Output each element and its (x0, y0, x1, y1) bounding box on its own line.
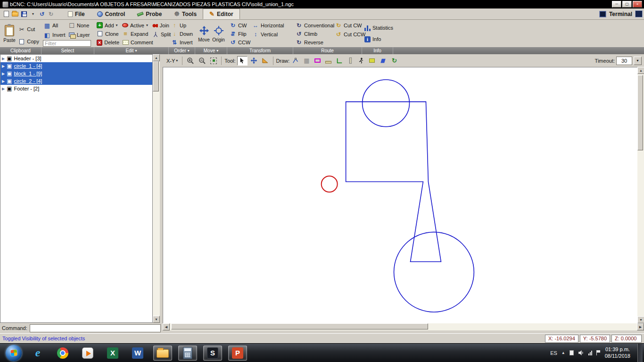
rotate-cw-button[interactable]: ↻ CW (229, 21, 250, 29)
tree-row-circle-1[interactable]: ▶ ▣ circle_1 - [4] (0, 62, 152, 70)
draw-workarea-button[interactable] (367, 56, 377, 66)
circle-1-path[interactable] (363, 80, 410, 127)
new-file-button[interactable] (2, 10, 10, 18)
taskbar-calculator[interactable] (178, 346, 197, 361)
language-indicator[interactable]: ES (550, 350, 557, 356)
draw-probe-button[interactable] (323, 56, 333, 66)
scroll-right-icon[interactable]: ▶ (637, 323, 644, 330)
expand-triangle-icon[interactable]: ▶ (2, 64, 5, 68)
scroll-up-icon[interactable]: ▲ (637, 67, 644, 74)
rotate-ccw-button[interactable]: ↺ CCW (229, 39, 250, 47)
join-button[interactable]: Join (151, 21, 170, 30)
tool-select-button[interactable] (237, 56, 248, 66)
select-none-button[interactable]: ☐ None (67, 21, 92, 30)
open-file-button[interactable] (11, 10, 19, 18)
paste-button[interactable]: Paste (1, 21, 17, 47)
draw-rapid-button[interactable] (356, 56, 366, 66)
gcode-block-list[interactable]: ▶ ▣ Header - [3] ▶ ▣ circle_1 - [4] ▶ ▣ … (0, 54, 153, 323)
group-label-edit[interactable]: Edit▾ (94, 47, 169, 54)
delete-button[interactable]: × Delete (96, 39, 120, 47)
taskbar-clock[interactable]: 01:39 p.m. 08/11/2018 (605, 346, 630, 360)
close-button[interactable]: × (633, 1, 642, 8)
split-button[interactable]: Split (151, 30, 170, 39)
tool-pan-button[interactable] (249, 56, 259, 66)
taskbar-media-player[interactable] (78, 346, 97, 361)
taskbar-ie[interactable]: e (28, 346, 47, 361)
timeout-dropdown-button[interactable]: ▼ (634, 57, 642, 65)
draw-grid-button[interactable]: ▦ (302, 56, 311, 66)
taskbar-powerpoint[interactable] (228, 346, 247, 361)
taskbar-excel[interactable] (103, 346, 122, 361)
canvas-horizontal-scrollbar[interactable]: ◀ ▶ (163, 323, 644, 330)
move-button[interactable]: Move (197, 21, 211, 47)
expand-triangle-icon[interactable]: ▶ (2, 72, 5, 76)
visibility-toggle-icon[interactable]: ▣ (7, 63, 12, 69)
group-label-order[interactable]: Order▾ (169, 47, 195, 54)
expand-triangle-icon[interactable]: ▶ (2, 79, 5, 83)
tab-probe[interactable]: Probe (131, 8, 168, 19)
gcode-canvas[interactable] (163, 67, 637, 323)
route-climb-button[interactable]: ↺ Climb (295, 30, 333, 38)
tool-ruler-button[interactable] (260, 56, 270, 66)
filter-input[interactable] (43, 40, 91, 47)
draw-margin-button[interactable] (313, 56, 322, 66)
cut-button[interactable]: ✂ Cut (17, 25, 40, 33)
taskbar-explorer[interactable] (153, 346, 172, 361)
zoom-fit-button[interactable] (209, 56, 218, 66)
tree-scrollbar-thumb[interactable] (153, 61, 159, 91)
action-center-flag-icon[interactable] (596, 350, 601, 355)
maximize-button[interactable]: ▢ (622, 1, 632, 8)
taskbar-word[interactable] (128, 346, 147, 361)
order-down-button[interactable]: ↓ Down (170, 30, 194, 38)
visibility-toggle-icon[interactable]: ▣ (7, 56, 12, 61)
visibility-toggle-icon[interactable]: ▣ (7, 71, 12, 76)
copy-button[interactable]: Copy (17, 37, 40, 46)
tab-control[interactable]: Control (91, 8, 132, 19)
draw-measure-button[interactable] (346, 56, 355, 66)
visibility-toggle-icon[interactable]: ▣ (7, 86, 12, 91)
select-invert-button[interactable]: ◧ Invert (43, 31, 67, 39)
group-label-move[interactable]: Move▾ (195, 47, 227, 54)
scroll-down-icon[interactable]: ▼ (637, 316, 644, 323)
taskbar-chrome[interactable] (53, 346, 72, 361)
add-button[interactable]: + Add ▾ (96, 21, 120, 29)
timeout-value[interactable]: 30 (616, 57, 632, 65)
expand-triangle-icon[interactable]: ▶ (2, 57, 5, 61)
expand-triangle-icon[interactable]: ▶ (2, 87, 5, 91)
volume-icon[interactable] (578, 350, 584, 356)
view-xy-button[interactable]: X-Y ▾ (165, 56, 179, 66)
show-desktop-button[interactable] (637, 344, 643, 362)
expand-button[interactable]: ≡ Expand (121, 30, 150, 38)
select-layer-button[interactable]: Layer (67, 31, 92, 39)
draw-paths-button[interactable] (291, 56, 300, 66)
zoom-in-button[interactable] (185, 56, 196, 66)
draw-camera-button[interactable] (378, 56, 388, 66)
minimize-button[interactable]: ─ (612, 1, 621, 8)
scroll-down-icon[interactable]: ▼ (153, 316, 160, 323)
select-all-button[interactable]: ▦ All (43, 21, 67, 30)
order-up-button[interactable]: ↑ Up (170, 21, 194, 29)
redo-button[interactable]: ↻ (47, 10, 55, 18)
route-conventional-button[interactable]: ↻ Conventional (295, 21, 333, 29)
info-button[interactable]: i Info (363, 35, 392, 43)
route-reverse-button[interactable]: ↻ Reverse (295, 39, 333, 47)
tab-file[interactable]: File (62, 8, 91, 19)
undo-button[interactable]: ↺ (38, 10, 46, 18)
tray-document-icon[interactable] (570, 350, 574, 355)
save-dropdown-button[interactable]: ▾ (29, 10, 37, 18)
comment-button[interactable]: Comment (121, 39, 150, 47)
terminal-window-icon[interactable] (635, 10, 643, 17)
canvas-hscroll-thumb[interactable] (171, 323, 428, 329)
tree-row-block-1[interactable]: ▶ ▣ block_1 - [9] (0, 70, 152, 77)
command-input[interactable] (30, 324, 161, 332)
flip-button[interactable]: ⇵ Flip (229, 30, 250, 38)
tree-row-header[interactable]: ▶ ▣ Header - [3] (0, 55, 152, 62)
draw-axes-button[interactable] (335, 56, 344, 66)
hidden-icons-button[interactable]: ▲ (561, 351, 565, 355)
mirror-vertical-button[interactable]: ↕ Vertical (251, 30, 285, 39)
zoom-out-button[interactable] (197, 56, 207, 66)
circle-2-path[interactable] (394, 232, 474, 312)
order-invert-button[interactable]: ⇅ Invert (170, 39, 194, 47)
canvas-vertical-scrollbar[interactable]: ▲ ▼ (637, 67, 644, 323)
network-icon[interactable] (588, 350, 592, 355)
